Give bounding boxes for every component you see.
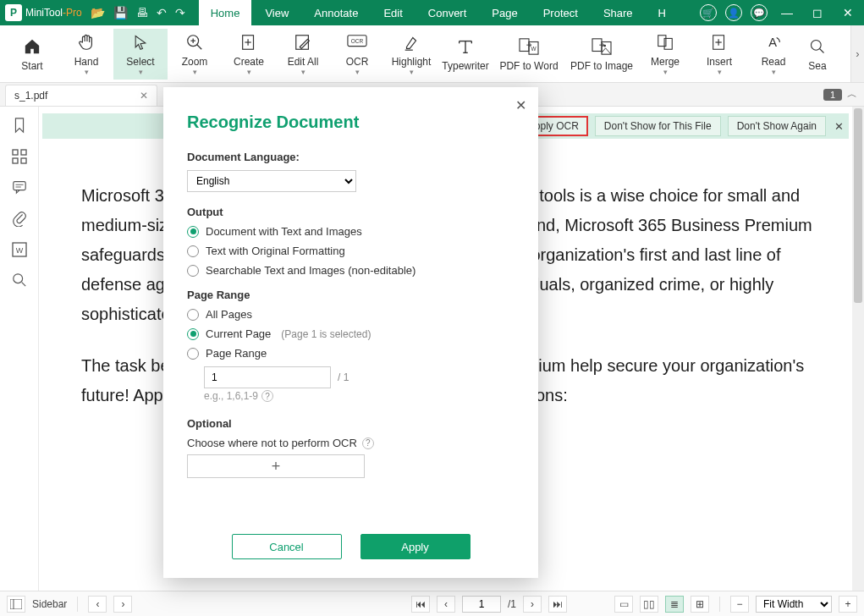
open-icon[interactable]: 📂 [91,6,105,19]
page-down-icon[interactable]: › [523,596,542,613]
menu-page[interactable]: Page [480,0,529,25]
svg-rect-32 [13,158,18,163]
zoom-select[interactable]: Fit Width [756,596,832,613]
menu-annotate[interactable]: Annotate [302,0,370,25]
first-page-icon[interactable]: ⏮ [411,596,430,613]
next-page-icon[interactable]: › [113,596,132,613]
menu-edit[interactable]: Edit [371,0,414,25]
radio-icon [187,348,199,360]
chevron-up-icon[interactable]: ︿ [847,87,857,102]
svg-rect-30 [13,150,18,155]
output-option-2[interactable]: Searchable Text and Images (non-editable… [187,264,515,277]
comments-icon[interactable] [12,179,27,195]
svg-text:W: W [15,246,23,255]
word-export-icon[interactable]: W [12,242,27,257]
ribbon-label: Zoom [182,56,208,68]
thumbnails-icon[interactable] [12,149,27,164]
ribbon-insert[interactable]: Insert ▾ [692,29,746,80]
attachment-icon[interactable] [12,210,27,227]
ribbon-select[interactable]: Select ▾ [113,29,168,80]
ribbon-label: PDF to Word [499,60,558,72]
range-option-current[interactable]: Current Page (Page 1 is selected) [187,327,515,340]
view-continuous-icon[interactable]: ≣ [665,596,684,613]
zoom-in-icon[interactable]: + [839,596,857,613]
search-panel-icon[interactable] [12,272,27,288]
ribbon-typewriter[interactable]: Typewriter [438,29,493,80]
side-panel: W [0,107,39,591]
ribbon-zoom[interactable]: Zoom ▾ [168,29,222,80]
chevron-down-icon: ▾ [410,68,414,76]
user-icon[interactable]: 👤 [725,4,742,21]
cancel-button[interactable]: Cancel [232,534,342,559]
titlebar: P MiniTool-Pro 📂 💾 🖶 ↶ ↷ Home View Annot… [0,0,864,25]
ribbon-pdftoword[interactable]: W PDF to Word [493,29,565,80]
bookmark-icon[interactable] [12,117,27,134]
ribbon-read[interactable]: A Read ▾ [746,29,801,80]
add-exclusion-button[interactable]: + [187,454,365,478]
redo-icon[interactable]: ↷ [175,6,185,19]
brand-name: MiniTool [25,7,63,19]
minimize-icon[interactable]: — [776,6,798,19]
range-example: e.g., 1,6,1-9 [204,390,258,402]
menu-home[interactable]: Home [199,0,252,25]
tab-label: s_1.pdf [14,90,47,102]
close-dialog-icon[interactable]: ✕ [515,97,526,113]
dialog-title: Recognize Document [187,113,515,132]
dont-show-again-button[interactable]: Don't Show Again [728,116,826,136]
page-up-icon[interactable]: ‹ [437,596,455,613]
zoom-out-icon[interactable]: − [730,596,749,613]
range-option-custom[interactable]: Page Range [187,347,515,360]
help-icon[interactable]: ? [362,437,374,449]
close-tab-icon[interactable]: ✕ [140,90,148,102]
apply-button[interactable]: Apply [360,534,471,559]
sidebar-toggle-icon[interactable] [7,596,25,613]
close-window-icon[interactable]: ✕ [837,6,859,19]
ribbon-search[interactable]: Sea [801,29,834,80]
prev-page-icon[interactable]: ‹ [88,596,107,613]
save-icon[interactable]: 💾 [113,6,128,19]
edit-icon [294,32,312,52]
cart-icon[interactable]: 🛒 [700,4,717,21]
ribbon-label: Create [234,56,264,68]
dont-show-file-button[interactable]: Don't Show for This File [595,116,721,136]
menu-share[interactable]: Share [592,0,645,25]
view-facing-icon[interactable]: ▯▯ [640,596,658,613]
help-icon[interactable]: ? [261,390,273,402]
radio-label: Page Range [206,347,267,360]
menu-view[interactable]: View [253,0,300,25]
undo-icon[interactable]: ↶ [157,6,167,19]
print-icon[interactable]: 🖶 [136,6,148,19]
output-option-0[interactable]: Document with Text and Images [187,225,515,238]
ribbon-hand[interactable]: Hand ▾ [59,29,113,80]
page-number-input[interactable] [462,596,501,613]
scrollbar-thumb[interactable] [854,108,862,303]
range-hint: (Page 1 is selected) [281,328,371,340]
insert-icon [710,32,729,52]
last-page-icon[interactable]: ⏭ [548,596,567,613]
view-single-icon[interactable]: ▭ [614,596,633,613]
menu-convert[interactable]: Convert [416,0,479,25]
page-range-input[interactable] [204,366,331,388]
output-option-1[interactable]: Text with Original Formatting [187,245,515,257]
ribbon-start[interactable]: Start [5,29,59,80]
ribbon-label: OCR [346,56,369,68]
vertical-scrollbar[interactable] [852,107,864,591]
ribbon-ocr[interactable]: OCR OCR ▾ [330,29,384,80]
ribbon-scroll-right[interactable]: › [850,25,864,82]
feedback-icon[interactable]: 💬 [751,4,768,21]
menu-protect[interactable]: Protect [531,0,590,25]
ribbon-editall[interactable]: Edit All ▾ [276,29,330,80]
ribbon-create[interactable]: Create ▾ [222,29,276,80]
ribbon-highlight[interactable]: Highlight ▾ [384,29,438,80]
language-select[interactable]: English [187,170,356,192]
close-bar-icon[interactable]: ✕ [834,120,844,133]
maximize-icon[interactable]: ◻ [806,6,828,19]
ribbon-label: Insert [707,56,732,68]
view-continuous-facing-icon[interactable]: ⊞ [691,596,709,613]
toimage-icon [591,36,613,57]
menu-help[interactable]: H [647,0,678,25]
document-tab[interactable]: s_1.pdf ✕ [5,85,157,106]
range-option-all[interactable]: All Pages [187,308,515,321]
ribbon-pdftoimage[interactable]: PDF to Image [565,29,638,80]
ribbon-merge[interactable]: Merge ▾ [638,29,692,80]
